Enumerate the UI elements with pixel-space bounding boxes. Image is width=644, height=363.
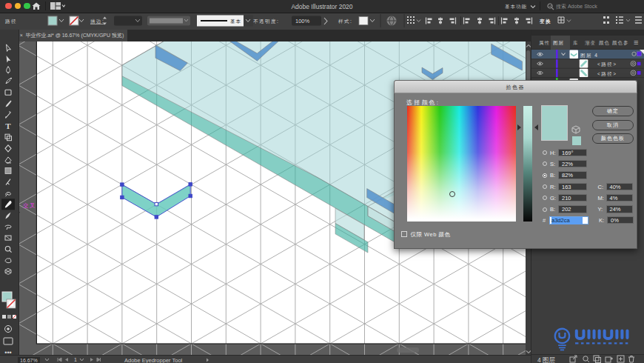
- svg-text:变换: 变换: [539, 19, 551, 24]
- svg-text:交叉: 交叉: [23, 202, 36, 209]
- svg-text:基本: 基本: [230, 19, 241, 24]
- svg-text:路径: 路径: [5, 19, 17, 24]
- svg-text:4 图层: 4 图层: [537, 356, 556, 363]
- svg-text:T: T: [5, 121, 11, 130]
- svg-text:<路径>: <路径>: [597, 71, 617, 77]
- svg-text:100%: 100%: [295, 18, 310, 24]
- svg-text:<路径>: <路径>: [597, 61, 617, 67]
- svg-text:不透明度:: 不透明度:: [253, 19, 279, 24]
- svg-text:描边:: 描边:: [90, 19, 104, 24]
- svg-text:图层 4: 图层 4: [580, 53, 598, 58]
- svg-text:样式:: 样式:: [338, 19, 352, 24]
